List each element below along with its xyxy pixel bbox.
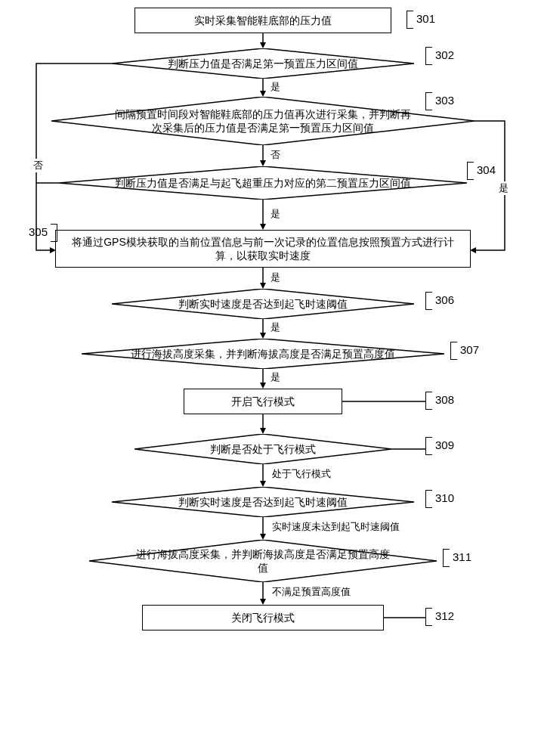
label-flight-mode: 处于飞行模式 bbox=[270, 467, 332, 481]
ref-307: 307 bbox=[450, 342, 479, 360]
label-yes: 是 bbox=[269, 370, 282, 384]
ref-311: 311 bbox=[443, 549, 471, 567]
ref-310: 310 bbox=[425, 490, 454, 508]
step-305-gps-speed: 将通过GPS模块获取的当前位置信息与前一次记录的位置信息按照预置方式进行计算，以… bbox=[55, 230, 471, 268]
step-text: 将通过GPS模块获取的当前位置信息与前一次记录的位置信息按照预置方式进行计算，以… bbox=[62, 235, 464, 262]
label-speed-below: 实时速度未达到起飞时速阈值 bbox=[270, 520, 401, 534]
label-no: 否 bbox=[32, 159, 45, 172]
decision-311-altitude: 进行海拔高度采集，并判断海拔高度是否满足预置高度值 bbox=[89, 540, 437, 582]
decision-304-second-pressure: 判断压力值是否满足与起飞超重压力对应的第二预置压力区间值 bbox=[59, 166, 467, 200]
decision-text: 判断是否处于飞行模式 bbox=[134, 434, 391, 464]
decision-303-recollect: 间隔预置时间段对智能鞋底部的压力值再次进行采集，并判断再次采集后的压力值是否满足… bbox=[51, 97, 475, 145]
decision-309-in-flight: 判断是否处于飞行模式 bbox=[134, 434, 391, 464]
label-yes: 是 bbox=[497, 181, 510, 195]
ref-306: 306 bbox=[425, 292, 454, 310]
step-text: 实时采集智能鞋底部的压力值 bbox=[194, 14, 332, 27]
ref-312: 312 bbox=[425, 608, 454, 626]
ref-308: 308 bbox=[425, 392, 454, 410]
step-text: 开启飞行模式 bbox=[231, 395, 295, 408]
ref-303: 303 bbox=[425, 92, 454, 110]
label-height-below: 不满足预置高度值 bbox=[270, 585, 352, 599]
step-301-collect-pressure: 实时采集智能鞋底部的压力值 bbox=[134, 8, 391, 33]
step-308-enable-flight: 开启飞行模式 bbox=[184, 389, 342, 414]
decision-text: 判断实时速度是否达到起飞时速阈值 bbox=[112, 487, 414, 517]
decision-text: 进行海拔高度采集，并判断海拔高度是否满足预置高度值 bbox=[89, 540, 437, 582]
label-yes: 是 bbox=[269, 80, 282, 94]
ref-302: 302 bbox=[425, 47, 454, 65]
label-yes: 是 bbox=[269, 321, 282, 334]
flowchart-container: 实时采集智能鞋底部的压力值 301 判断压力值是否满足第一预置压力区间值 302… bbox=[14, 8, 527, 643]
step-text: 关闭飞行模式 bbox=[231, 611, 295, 624]
ref-304: 304 bbox=[467, 162, 496, 180]
ref-309: 309 bbox=[425, 437, 454, 455]
label-yes: 是 bbox=[269, 207, 282, 221]
ref-305: 305 bbox=[29, 224, 57, 242]
step-312-disable-flight: 关闭飞行模式 bbox=[142, 605, 384, 631]
decision-310-speed: 判断实时速度是否达到起飞时速阈值 bbox=[112, 487, 414, 517]
label-yes: 是 bbox=[269, 271, 282, 284]
decision-306-speed: 判断实时速度是否达到起飞时速阈值 bbox=[112, 289, 414, 319]
decision-text: 间隔预置时间段对智能鞋底部的压力值再次进行采集，并判断再次采集后的压力值是否满足… bbox=[51, 97, 475, 145]
decision-text: 判断压力值是否满足第一预置压力区间值 bbox=[112, 48, 414, 79]
ref-301: 301 bbox=[407, 11, 435, 29]
decision-307-altitude: 进行海拔高度采集，并判断海拔高度是否满足预置高度值 bbox=[82, 339, 444, 369]
decision-text: 判断压力值是否满足与起飞超重压力对应的第二预置压力区间值 bbox=[59, 166, 467, 200]
decision-text: 进行海拔高度采集，并判断海拔高度是否满足预置高度值 bbox=[82, 339, 444, 369]
label-no: 否 bbox=[269, 148, 282, 162]
decision-302-first-pressure: 判断压力值是否满足第一预置压力区间值 bbox=[112, 48, 414, 79]
decision-text: 判断实时速度是否达到起飞时速阈值 bbox=[112, 289, 414, 319]
